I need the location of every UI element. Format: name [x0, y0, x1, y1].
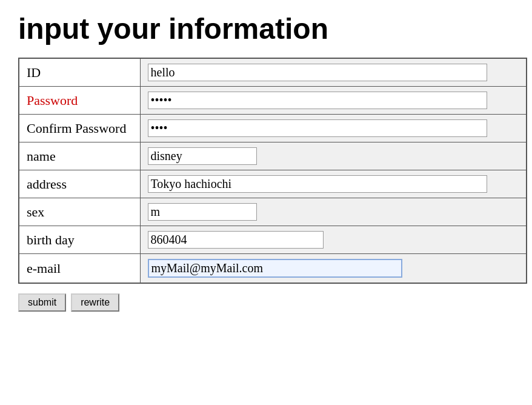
field-cell-password: [140, 87, 527, 115]
field-cell-name: [140, 142, 527, 170]
password-input[interactable]: [148, 92, 487, 109]
field-cell-confirm-password: [140, 115, 527, 142]
field-label-name: name: [19, 142, 140, 170]
field-label-id: ID: [19, 58, 140, 87]
address-input[interactable]: [148, 175, 487, 193]
button-group: submit rewrite: [18, 293, 514, 312]
field-cell-id: [140, 58, 527, 87]
field-label-birthday: birth day: [19, 226, 140, 254]
field-label-confirm-password: Confirm Password: [19, 115, 140, 142]
rewrite-button[interactable]: rewrite: [71, 293, 119, 312]
page-title: input your information: [18, 12, 514, 45]
field-label-email: e-mail: [19, 254, 140, 284]
name-input[interactable]: [148, 147, 257, 165]
birthday-input[interactable]: [148, 231, 324, 249]
field-cell-address: [140, 170, 527, 198]
submit-button[interactable]: submit: [18, 293, 66, 312]
sex-input[interactable]: [148, 203, 257, 221]
table-row: ID: [19, 58, 527, 87]
id-input[interactable]: [148, 64, 487, 81]
field-label-password: Password: [19, 87, 140, 115]
form-table: ID Password Confirm Password name: [18, 58, 527, 284]
email-input[interactable]: [148, 259, 402, 278]
table-row: e-mail: [19, 254, 527, 284]
field-cell-email: [140, 254, 527, 284]
table-row: name: [19, 142, 527, 170]
table-row: birth day: [19, 226, 527, 254]
table-row: sex: [19, 198, 527, 226]
table-row: address: [19, 170, 527, 198]
confirm-password-input[interactable]: [148, 119, 487, 137]
field-cell-sex: [140, 198, 527, 226]
field-label-address: address: [19, 170, 140, 198]
field-cell-birthday: [140, 226, 527, 254]
table-row: Confirm Password: [19, 115, 527, 142]
field-label-sex: sex: [19, 198, 140, 226]
table-row: Password: [19, 87, 527, 115]
